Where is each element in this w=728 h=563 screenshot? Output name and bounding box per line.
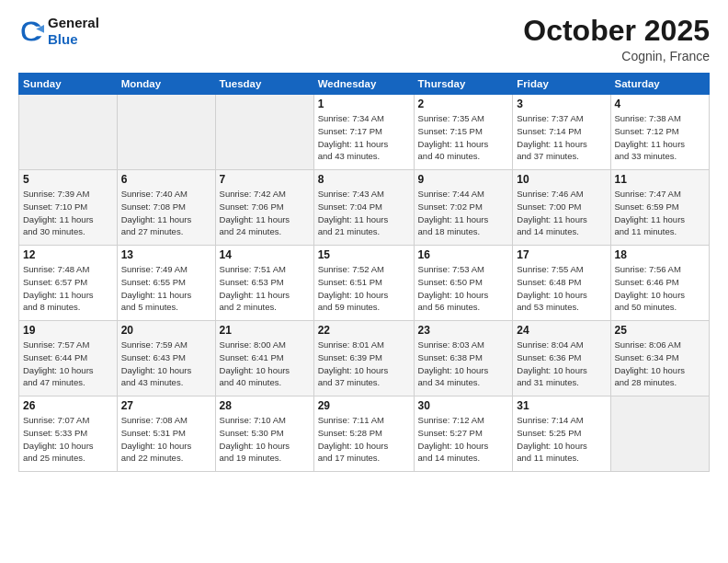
day-number: 7 [220,173,310,186]
table-row: 23Sunrise: 8:03 AM Sunset: 6:38 PM Dayli… [414,321,513,396]
day-number: 23 [418,324,509,337]
day-number: 11 [615,173,706,186]
day-info: Sunrise: 7:55 AM Sunset: 6:48 PM Dayligh… [517,263,606,314]
table-row: 24Sunrise: 8:04 AM Sunset: 6:36 PM Dayli… [513,321,610,396]
day-info: Sunrise: 7:51 AM Sunset: 6:53 PM Dayligh… [220,263,310,314]
calendar-table: Sunday Monday Tuesday Wednesday Thursday… [18,73,710,472]
day-info: Sunrise: 7:11 AM Sunset: 5:28 PM Dayligh… [318,414,410,465]
day-info: Sunrise: 7:47 AM Sunset: 6:59 PM Dayligh… [615,188,706,238]
table-row: 14Sunrise: 7:51 AM Sunset: 6:53 PM Dayli… [215,246,313,321]
day-number: 4 [615,98,706,110]
table-row: 27Sunrise: 7:08 AM Sunset: 5:31 PM Dayli… [117,396,215,472]
day-info: Sunrise: 7:44 AM Sunset: 7:02 PM Dayligh… [418,188,509,238]
day-number: 25 [615,324,706,337]
table-row: 7Sunrise: 7:42 AM Sunset: 7:06 PM Daylig… [215,170,313,246]
location: Cognin, France [523,49,710,63]
calendar-page: General Blue October 2025 Cognin, France… [0,0,728,563]
day-info: Sunrise: 8:00 AM Sunset: 6:41 PM Dayligh… [220,339,310,389]
day-info: Sunrise: 7:14 AM Sunset: 5:25 PM Dayligh… [517,414,606,465]
day-info: Sunrise: 7:43 AM Sunset: 7:04 PM Dayligh… [318,188,410,238]
day-info: Sunrise: 7:38 AM Sunset: 7:12 PM Dayligh… [615,112,706,163]
table-row: 5Sunrise: 7:39 AM Sunset: 7:10 PM Daylig… [19,170,118,246]
day-info: Sunrise: 7:34 AM Sunset: 7:17 PM Dayligh… [318,112,410,163]
table-row: 2Sunrise: 7:35 AM Sunset: 7:15 PM Daylig… [414,95,513,170]
table-row: 21Sunrise: 8:00 AM Sunset: 6:41 PM Dayli… [215,321,313,396]
day-number: 6 [121,173,211,186]
table-row: 31Sunrise: 7:14 AM Sunset: 5:25 PM Dayli… [513,396,610,472]
col-thursday: Thursday [414,74,513,95]
day-number: 16 [418,248,509,261]
table-row: 30Sunrise: 7:12 AM Sunset: 5:27 PM Dayli… [414,396,513,472]
day-info: Sunrise: 7:56 AM Sunset: 6:46 PM Dayligh… [615,263,706,314]
month-title: October 2025 [523,15,710,47]
week-row-2: 5Sunrise: 7:39 AM Sunset: 7:10 PM Daylig… [19,170,710,246]
day-number: 14 [220,248,310,261]
day-info: Sunrise: 7:57 AM Sunset: 6:44 PM Dayligh… [23,339,113,389]
day-number: 15 [318,248,410,261]
table-row [117,95,215,170]
week-row-1: 1Sunrise: 7:34 AM Sunset: 7:17 PM Daylig… [19,95,710,170]
table-row: 29Sunrise: 7:11 AM Sunset: 5:28 PM Dayli… [313,396,414,472]
week-row-4: 19Sunrise: 7:57 AM Sunset: 6:44 PM Dayli… [19,321,710,396]
title-area: October 2025 Cognin, France [523,15,710,63]
table-row: 20Sunrise: 7:59 AM Sunset: 6:43 PM Dayli… [117,321,215,396]
table-row: 13Sunrise: 7:49 AM Sunset: 6:55 PM Dayli… [117,246,215,321]
day-number: 17 [517,248,606,261]
day-number: 13 [121,248,211,261]
calendar-header-row: Sunday Monday Tuesday Wednesday Thursday… [19,74,710,95]
logo-icon [18,18,44,44]
table-row: 4Sunrise: 7:38 AM Sunset: 7:12 PM Daylig… [610,95,710,170]
col-wednesday: Wednesday [313,74,414,95]
logo: General Blue [18,15,99,48]
table-row: 25Sunrise: 8:06 AM Sunset: 6:34 PM Dayli… [610,321,710,396]
day-number: 22 [318,324,410,337]
day-info: Sunrise: 8:01 AM Sunset: 6:39 PM Dayligh… [318,339,410,389]
table-row: 18Sunrise: 7:56 AM Sunset: 6:46 PM Dayli… [610,246,710,321]
day-number: 10 [517,173,606,186]
day-info: Sunrise: 8:03 AM Sunset: 6:38 PM Dayligh… [418,339,509,389]
day-info: Sunrise: 7:37 AM Sunset: 7:14 PM Dayligh… [517,112,606,163]
day-info: Sunrise: 7:52 AM Sunset: 6:51 PM Dayligh… [318,263,410,314]
table-row [610,396,710,472]
table-row: 17Sunrise: 7:55 AM Sunset: 6:48 PM Dayli… [513,246,610,321]
table-row: 28Sunrise: 7:10 AM Sunset: 5:30 PM Dayli… [215,396,313,472]
day-info: Sunrise: 7:39 AM Sunset: 7:10 PM Dayligh… [23,188,113,238]
day-info: Sunrise: 7:48 AM Sunset: 6:57 PM Dayligh… [23,263,113,314]
day-number: 2 [418,98,509,110]
table-row: 12Sunrise: 7:48 AM Sunset: 6:57 PM Dayli… [19,246,118,321]
day-number: 21 [220,324,310,337]
table-row: 15Sunrise: 7:52 AM Sunset: 6:51 PM Dayli… [313,246,414,321]
day-info: Sunrise: 7:40 AM Sunset: 7:08 PM Dayligh… [121,188,211,238]
day-number: 31 [517,399,606,412]
table-row: 8Sunrise: 7:43 AM Sunset: 7:04 PM Daylig… [313,170,414,246]
day-info: Sunrise: 7:12 AM Sunset: 5:27 PM Dayligh… [418,414,509,465]
day-number: 28 [220,399,310,412]
day-number: 1 [318,98,410,110]
col-monday: Monday [117,74,215,95]
day-info: Sunrise: 7:59 AM Sunset: 6:43 PM Dayligh… [121,339,211,389]
day-info: Sunrise: 7:35 AM Sunset: 7:15 PM Dayligh… [418,112,509,163]
table-row: 1Sunrise: 7:34 AM Sunset: 7:17 PM Daylig… [313,95,414,170]
day-info: Sunrise: 7:08 AM Sunset: 5:31 PM Dayligh… [121,414,211,465]
week-row-3: 12Sunrise: 7:48 AM Sunset: 6:57 PM Dayli… [19,246,710,321]
day-number: 19 [23,324,113,337]
table-row: 26Sunrise: 7:07 AM Sunset: 5:33 PM Dayli… [19,396,118,472]
day-number: 24 [517,324,606,337]
col-sunday: Sunday [19,74,118,95]
table-row: 3Sunrise: 7:37 AM Sunset: 7:14 PM Daylig… [513,95,610,170]
day-info: Sunrise: 7:53 AM Sunset: 6:50 PM Dayligh… [418,263,509,314]
day-info: Sunrise: 7:10 AM Sunset: 5:30 PM Dayligh… [220,414,310,465]
day-info: Sunrise: 7:07 AM Sunset: 5:33 PM Dayligh… [23,414,113,465]
week-row-5: 26Sunrise: 7:07 AM Sunset: 5:33 PM Dayli… [19,396,710,472]
table-row: 6Sunrise: 7:40 AM Sunset: 7:08 PM Daylig… [117,170,215,246]
day-number: 5 [23,173,113,186]
table-row: 19Sunrise: 7:57 AM Sunset: 6:44 PM Dayli… [19,321,118,396]
day-number: 3 [517,98,606,110]
day-number: 18 [615,248,706,261]
col-saturday: Saturday [610,74,710,95]
day-number: 27 [121,399,211,412]
day-number: 20 [121,324,211,337]
header: General Blue October 2025 Cognin, France [18,15,710,63]
day-info: Sunrise: 8:04 AM Sunset: 6:36 PM Dayligh… [517,339,606,389]
day-number: 26 [23,399,113,412]
